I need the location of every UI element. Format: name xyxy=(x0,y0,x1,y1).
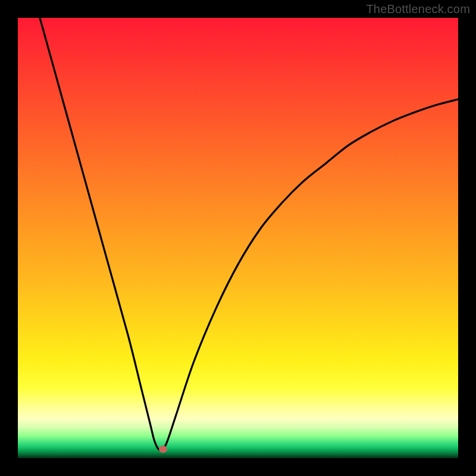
watermark-text: TheBottleneck.com xyxy=(366,2,470,16)
bottleneck-curve xyxy=(18,18,458,458)
plot-area xyxy=(18,18,458,458)
curve-path xyxy=(40,18,458,450)
optimal-point-marker xyxy=(159,446,167,453)
chart-frame: TheBottleneck.com xyxy=(0,0,476,476)
